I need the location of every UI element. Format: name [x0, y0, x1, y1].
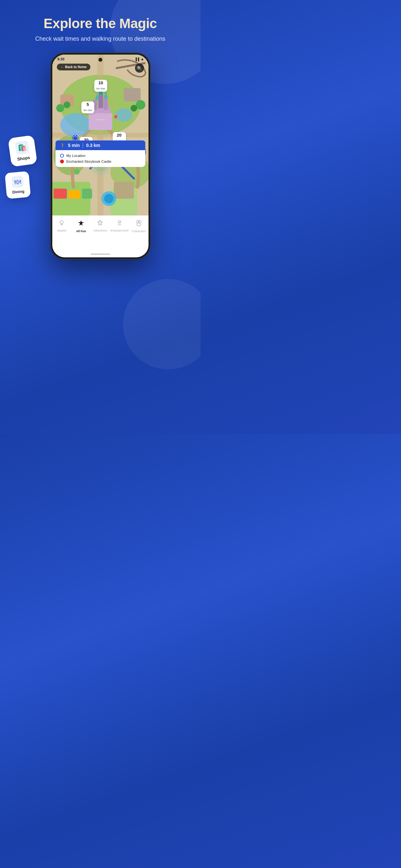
shops-card[interactable]: 🛍️ Shops: [8, 135, 37, 167]
route-destinations: My Location Enchanted Storybook Castle: [56, 150, 145, 167]
home-indicator: [91, 253, 110, 255]
svg-marker-52: [98, 220, 102, 225]
svg-rect-28: [68, 190, 80, 199]
svg-point-25: [74, 169, 80, 175]
nav-item-nearby[interactable]: Nearby: [52, 220, 72, 232]
wait-minutes-20: 20: [115, 133, 124, 137]
characters-label: Characters: [132, 229, 146, 233]
svg-point-31: [104, 194, 113, 204]
dining-label: Dining: [12, 189, 25, 195]
nearby-icon: [58, 220, 65, 228]
shops-icon: 🛍️: [15, 141, 29, 155]
bg-circle-bottom: [123, 279, 201, 369]
nav-item-attractions[interactable]: Attractions: [91, 220, 110, 232]
wait-label-10: Min Wait: [96, 88, 105, 90]
svg-point-21: [56, 104, 64, 113]
destination-item: Enchanted Storybook Castle: [60, 159, 141, 164]
allfun-icon: [78, 220, 85, 228]
map-area[interactable]: ← Back to Home 🔍 10 Min Wait 5 Min Wait …: [52, 55, 149, 215]
back-to-home-button[interactable]: ← Back to Home: [57, 64, 91, 70]
entertainment-icon: [116, 220, 123, 228]
back-label: Back to Home: [65, 65, 87, 69]
signal-icon: ▌▌: [135, 58, 140, 61]
allfun-label: All Fun: [76, 229, 86, 233]
entertainment-label: Entertainment: [111, 229, 128, 232]
location-pin: 📍: [112, 114, 119, 122]
characters-icon: [135, 220, 143, 228]
destination-label: Enchanted Storybook Castle: [66, 159, 112, 163]
svg-point-24: [130, 105, 137, 112]
svg-point-23: [135, 100, 145, 110]
wait-minutes-10: 10: [96, 81, 105, 85]
dining-card[interactable]: 🍽 Dining: [5, 171, 31, 199]
page-title: Explore the Magic: [0, 16, 201, 31]
map-svg: [52, 55, 149, 215]
origin-dot: [60, 154, 64, 158]
phone-screen: 9:30 ▌▌ ■: [52, 55, 149, 257]
svg-point-57: [137, 223, 141, 226]
nav-item-entertainment[interactable]: Entertainment: [110, 220, 129, 232]
svg-point-38: [73, 136, 78, 141]
scroll-indicator: [96, 119, 105, 120]
walk-icon: 🚶: [60, 143, 66, 148]
svg-point-48: [60, 221, 63, 224]
svg-rect-29: [82, 189, 92, 198]
svg-marker-51: [78, 220, 84, 226]
svg-rect-27: [53, 189, 67, 198]
bottom-nav: Nearby All Fun Att: [52, 215, 149, 257]
phone-device: 9:30 ▌▌ ■: [50, 53, 150, 259]
svg-point-6: [60, 113, 90, 137]
svg-rect-20: [114, 182, 134, 199]
battery-icon: ■: [141, 58, 143, 61]
destination-dot: [60, 159, 64, 163]
nav-item-characters[interactable]: Characters: [129, 220, 149, 233]
wait-label-5: Min Wait: [84, 109, 92, 112]
walk-time: 5 min: [68, 143, 80, 148]
header-section: Explore the Magic Check wait times and w…: [0, 0, 201, 50]
svg-point-22: [63, 102, 70, 108]
wait-minutes-5: 5: [84, 102, 92, 106]
pin-icon: 📍: [112, 115, 119, 121]
origin-item: My Location: [60, 153, 141, 159]
wait-badge-10: 10 Min Wait: [94, 80, 107, 92]
status-icons: ▌▌ ■: [135, 58, 143, 61]
svg-rect-15: [89, 113, 112, 130]
svg-rect-11: [98, 95, 103, 108]
status-time: 9:30: [58, 57, 65, 61]
walk-distance: 0.3 km: [86, 143, 100, 148]
page-subtitle: Check wait times and walking route to de…: [0, 35, 201, 43]
shops-label: Shops: [17, 155, 30, 161]
dining-icon: 🍽: [11, 176, 24, 188]
search-icon: 🔍: [137, 66, 142, 71]
svg-rect-17: [124, 88, 141, 102]
nav-item-allfun[interactable]: All Fun: [71, 220, 91, 233]
nearby-label: Nearby: [57, 229, 66, 232]
attractions-icon: [97, 220, 103, 228]
search-button[interactable]: 🔍: [135, 64, 144, 73]
route-time-bar: 🚶 5 min | 0.3 km: [56, 141, 145, 150]
back-icon: ←: [61, 65, 64, 69]
attractions-label: Attractions: [93, 229, 107, 232]
wait-badge-5: 5 Min Wait: [81, 101, 95, 113]
origin-label: My Location: [66, 154, 86, 158]
time-divider: |: [82, 143, 84, 148]
route-info-panel: 🚶 5 min | 0.3 km My Location Enchanted S…: [56, 141, 145, 167]
camera-notch: [98, 58, 102, 62]
svg-rect-10: [104, 98, 107, 110]
